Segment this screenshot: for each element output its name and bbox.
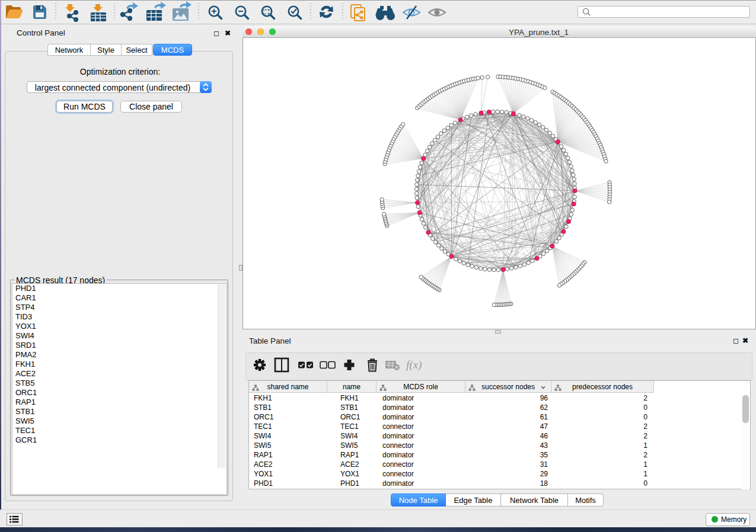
svg-text:f(x): f(x) [406,358,422,371]
